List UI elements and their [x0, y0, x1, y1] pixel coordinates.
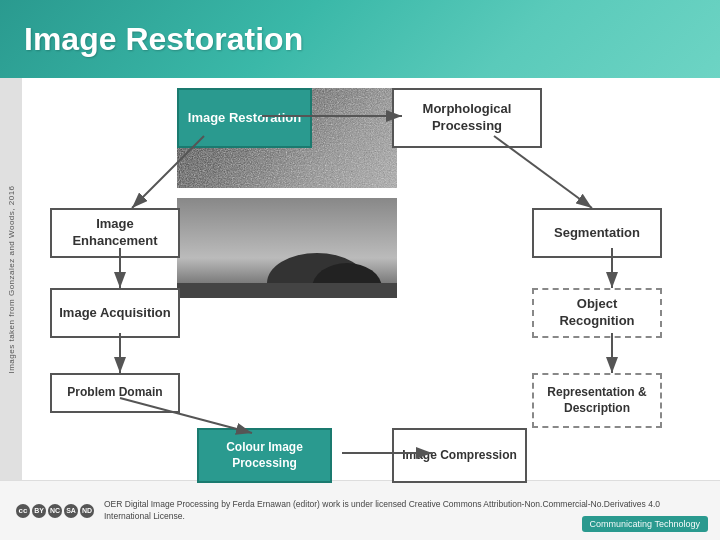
nc-icon: NC	[48, 504, 62, 518]
diagram-area: Image Restoration Morphological Processi…	[22, 78, 720, 480]
box-morphological: Morphological Processing	[392, 88, 542, 148]
side-label-text: Images taken from Gonzalez and Woods, 20…	[7, 185, 16, 373]
page-wrapper: Image Restoration Images taken from Gonz…	[0, 0, 720, 540]
cc-icons: cc BY NC SA ND	[16, 504, 94, 518]
side-label-container: Images taken from Gonzalez and Woods, 20…	[0, 78, 22, 480]
sa-icon: SA	[64, 504, 78, 518]
header: Image Restoration	[0, 0, 720, 78]
box-representation: Representation & Description	[532, 373, 662, 428]
box-image-acquisition: Image Acquisition	[50, 288, 180, 338]
svg-rect-5	[177, 283, 397, 298]
box-problem-domain: Problem Domain	[50, 373, 180, 413]
box-image-enhancement: Image Enhancement	[50, 208, 180, 258]
footer: cc BY NC SA ND OER Digital Image Process…	[0, 480, 720, 540]
by-icon: BY	[32, 504, 46, 518]
footer-brand: Communicating Technology	[582, 516, 708, 532]
cc-icon: cc	[16, 504, 30, 518]
box-image-compression: Image Compression	[392, 428, 527, 483]
main-content: Images taken from Gonzalez and Woods, 20…	[0, 78, 720, 480]
page-title: Image Restoration	[24, 21, 303, 58]
image-landscape	[177, 198, 397, 298]
box-segmentation: Segmentation	[532, 208, 662, 258]
nd-icon: ND	[80, 504, 94, 518]
box-image-restoration: Image Restoration	[177, 88, 312, 148]
box-object-recognition: Object Recognition	[532, 288, 662, 338]
box-colour-image: Colour Image Processing	[197, 428, 332, 483]
